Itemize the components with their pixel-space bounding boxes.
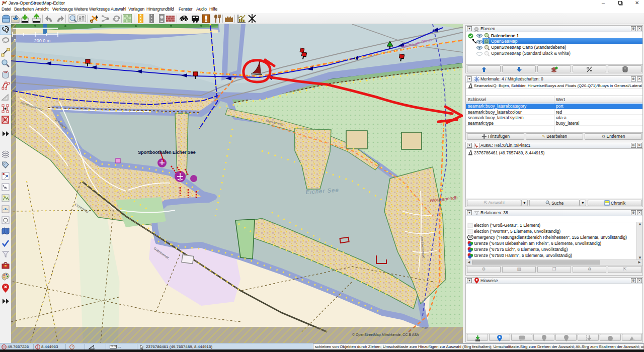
svg-text:200.0 m: 200.0 m	[34, 38, 51, 43]
svg-text:0: 0	[14, 38, 16, 43]
svg-text:Sportboothafen Eicher See: Sportboothafen Eicher See	[138, 149, 195, 155]
svg-text:© OpenStreetMap-Mitwirkende, C: © OpenStreetMap-Mitwirkende, CC-B ASA	[352, 333, 419, 337]
